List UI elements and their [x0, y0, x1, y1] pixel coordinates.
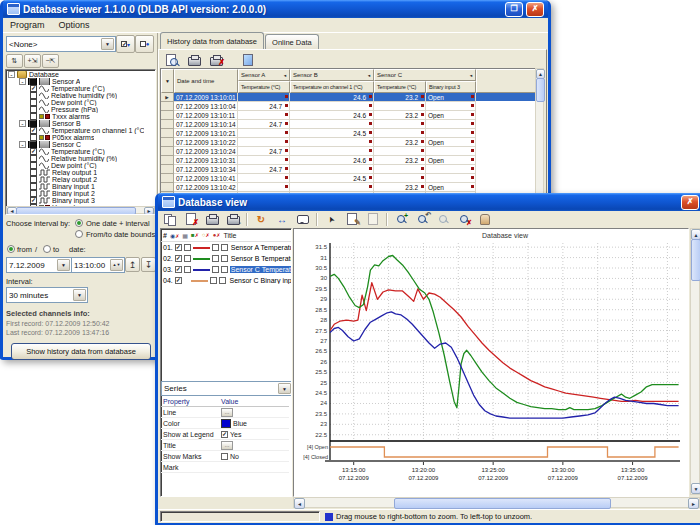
- property-checkbox[interactable]: [221, 453, 228, 460]
- property-value[interactable]: …: [221, 408, 233, 417]
- mark-closed-checkbox[interactable]: [221, 255, 228, 262]
- table-row[interactable]: 07.12.2009 13:10:4124.5: [161, 174, 538, 183]
- pan-icon[interactable]: [475, 211, 495, 228]
- tree-h-thumb[interactable]: [16, 207, 136, 215]
- property-value[interactable]: No: [221, 453, 239, 460]
- mark-closed-checkbox[interactable]: [219, 277, 226, 284]
- row-selector[interactable]: [161, 183, 174, 192]
- tree-item-relay-output-1[interactable]: Relay output 1: [6, 169, 155, 176]
- ellipsis-button[interactable]: …: [221, 441, 233, 450]
- property-col-header[interactable]: Property: [161, 398, 221, 405]
- tree-item-relative-humidity-[interactable]: Relative humidity (%): [6, 155, 155, 162]
- tree-item-temperature-c-[interactable]: ✓Temperature (°C): [6, 148, 155, 155]
- interval-combo-dropdown[interactable]: ▼: [73, 289, 86, 301]
- grid-corner-filter[interactable]: ▼: [161, 69, 174, 93]
- menu-options[interactable]: Options: [52, 20, 97, 30]
- pointer-icon[interactable]: ➤: [321, 211, 341, 228]
- table-row[interactable]: 07.12.2009 13:10:1424.7: [161, 120, 538, 129]
- chart-scroll-down-button[interactable]: ▼: [691, 483, 700, 494]
- table-row[interactable]: 07.12.2009 13:10:1124.623.2Open: [161, 111, 538, 120]
- table-row[interactable]: 07.12.2009 13:10:0424.7: [161, 102, 538, 111]
- row-selector[interactable]: [161, 165, 174, 174]
- channel-checkbox[interactable]: [30, 106, 37, 113]
- row-selector[interactable]: ▶: [161, 93, 174, 102]
- channel-checkbox[interactable]: [30, 169, 37, 176]
- legend-row[interactable]: 01.✓Sensor A Temperature (°C): [161, 242, 291, 253]
- channel-checkbox[interactable]: [30, 155, 37, 162]
- channel-checkbox[interactable]: [30, 162, 37, 169]
- zoom-window-icon[interactable]: [433, 211, 453, 228]
- channel-tree[interactable]: -Database-Sensor A✓Temperature (°C)Relat…: [5, 69, 156, 215]
- tree-item-dew-point-c-[interactable]: Dew point (°C): [6, 99, 155, 106]
- color-header-icon[interactable]: ■✗: [191, 232, 199, 238]
- channel-checkbox[interactable]: [30, 176, 37, 183]
- print-preview-icon[interactable]: ▫: [223, 211, 243, 228]
- profile-combo-dropdown[interactable]: ▼: [101, 38, 114, 50]
- tree-item-txxx-alarms[interactable]: Txxx alarms: [6, 113, 155, 120]
- expand-toggle[interactable]: -: [19, 120, 26, 127]
- legend-row[interactable]: 04.✓Sensor C Binary input 3: [161, 275, 291, 286]
- radio-to[interactable]: [43, 245, 51, 253]
- date-combo[interactable]: 7.12.2009 ▼: [6, 257, 72, 273]
- time-spinner[interactable]: 13:10:00 ▲▼: [71, 257, 125, 273]
- print-icon[interactable]: [184, 51, 204, 68]
- channel-checkbox[interactable]: [30, 190, 37, 197]
- legend-row[interactable]: 03.✓Sensor C Temperature (°C): [161, 264, 291, 275]
- collapse-branch-button[interactable]: −⇱: [42, 54, 59, 68]
- chart-area[interactable]: Database view22.52323.52424.52525.52626.…: [293, 228, 689, 497]
- table-row[interactable]: 07.12.2009 13:10:2223.2Open: [161, 138, 538, 147]
- sub-header[interactable]: Temperature (°C): [374, 81, 426, 93]
- chart-v-thumb[interactable]: [691, 239, 700, 281]
- row-selector[interactable]: [161, 174, 174, 183]
- property-value[interactable]: Blue: [221, 419, 247, 428]
- table-row[interactable]: 07.12.2009 13:10:2124.5: [161, 129, 538, 138]
- zoom-reset-icon[interactable]: ✗: [454, 211, 474, 228]
- table-header-icon[interactable]: ▦: [182, 232, 188, 239]
- mark-open-checkbox[interactable]: [212, 255, 219, 262]
- tree-item-sensor-b[interactable]: -Sensor B: [6, 120, 155, 127]
- chart-h-thumb[interactable]: [394, 498, 611, 509]
- row-selector[interactable]: [161, 147, 174, 156]
- mark-closed-checkbox[interactable]: [221, 244, 228, 251]
- scroll-horizontal-icon[interactable]: ↔: [272, 211, 292, 228]
- print-cancel-icon[interactable]: ✗: [206, 51, 226, 68]
- series-table-checkbox[interactable]: [184, 255, 191, 262]
- tree-item-binary-input-3[interactable]: ✓Binary input 3: [6, 197, 155, 204]
- scroll-right-button[interactable]: ►: [144, 207, 154, 215]
- tree-h-scrollbar[interactable]: ◄ ►: [6, 206, 155, 214]
- print-icon[interactable]: [202, 211, 222, 228]
- expand-toggle[interactable]: -: [19, 78, 26, 85]
- chart-v-scrollbar[interactable]: ▲ ▼: [690, 228, 700, 495]
- table-row[interactable]: 07.12.2009 13:10:3424.7: [161, 165, 538, 174]
- series-combo[interactable]: Series ▼: [161, 381, 292, 396]
- expand-toggle[interactable]: -: [8, 71, 15, 78]
- db-view-close-button[interactable]: ✗: [681, 195, 699, 210]
- delete-page-icon[interactable]: ✗: [181, 211, 201, 228]
- channel-checkbox[interactable]: ✓: [30, 197, 37, 204]
- zoom-undo-icon[interactable]: ↶: [412, 211, 432, 228]
- export-image-icon[interactable]: [238, 51, 258, 68]
- table-row[interactable]: 07.12.2009 13:10:2424.7: [161, 147, 538, 156]
- series-visible-checkbox[interactable]: ✓: [175, 266, 182, 273]
- mark-open-checkbox[interactable]: [210, 277, 217, 284]
- row-selector[interactable]: [161, 138, 174, 147]
- db-view-title-bar[interactable]: Database view ✗: [158, 193, 700, 211]
- radio-date-bounds[interactable]: [75, 230, 83, 238]
- mark-open-checkbox[interactable]: [212, 244, 219, 251]
- table-row[interactable]: 07.12.2009 13:10:4223.2Open: [161, 183, 538, 192]
- group-header-sensor-a[interactable]: Sensor A◄: [238, 69, 290, 81]
- channel-checkbox[interactable]: ✓: [30, 85, 37, 92]
- property-value[interactable]: ✓Yes: [221, 431, 241, 438]
- series-visible-checkbox[interactable]: ✓: [175, 244, 182, 251]
- series-combo-dropdown[interactable]: ▼: [278, 383, 291, 394]
- tab-online-data[interactable]: Online Data: [265, 34, 319, 49]
- channel-checkbox[interactable]: ✓: [30, 127, 37, 134]
- profile-combo[interactable]: <None> ▼: [6, 36, 116, 52]
- group-header-sensor-b[interactable]: Sensor B◄: [290, 69, 374, 81]
- group-header-sensor-c[interactable]: Sensor C◄: [374, 69, 476, 81]
- chart-canvas[interactable]: Database view22.52323.52424.52525.52626.…: [294, 229, 686, 494]
- refresh-icon[interactable]: ↻: [251, 211, 271, 228]
- copy-icon[interactable]: [160, 211, 180, 228]
- tab-history-data-from-database[interactable]: History data from database: [160, 32, 264, 49]
- expand-branch-button[interactable]: +⇲: [24, 54, 41, 68]
